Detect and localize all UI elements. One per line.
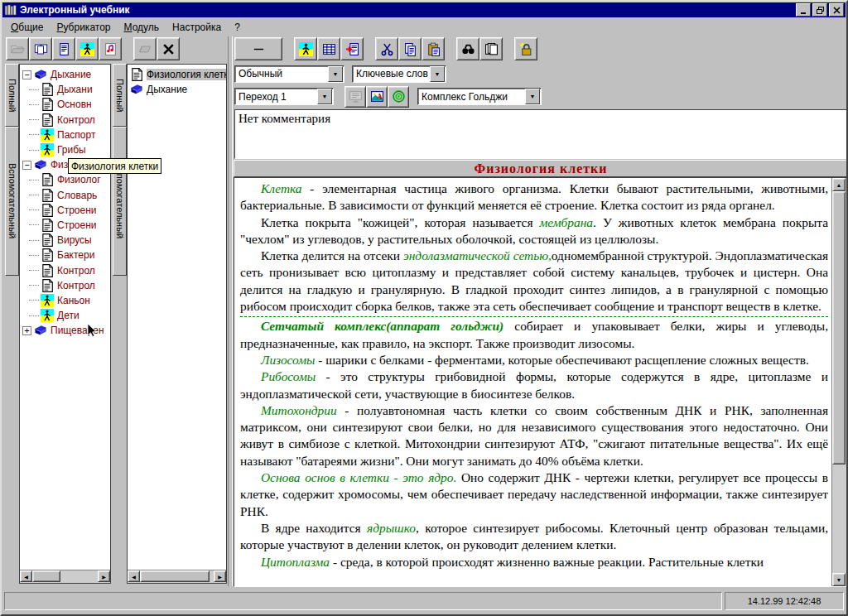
menu-item-4[interactable]: ? <box>228 20 247 35</box>
keyword-text[interactable]: Митохондрии <box>261 403 337 417</box>
doc-red-arrow-button[interactable] <box>340 37 364 60</box>
tree-item[interactable]: Основн <box>20 97 110 112</box>
keyword-text[interactable]: Лизосомы <box>261 353 315 367</box>
paste-button[interactable] <box>422 37 445 60</box>
menu-bar: ОбщиеРубрикаторМодульНастройка? <box>4 19 844 35</box>
keyword-text[interactable]: Цитоплазма <box>261 555 330 569</box>
article-body: Клетка - элементарная частица живого орг… <box>234 177 847 587</box>
menu-item-3[interactable]: Настройка <box>166 20 228 35</box>
copy-pages-button[interactable] <box>29 37 52 60</box>
collapse-icon[interactable]: − <box>22 161 31 170</box>
chevron-down-icon[interactable]: ▼ <box>317 89 332 104</box>
menu-item-0[interactable]: Общие <box>4 20 50 35</box>
tree-aux-hscrollbar[interactable]: ◀ ▶ <box>128 570 226 583</box>
tree-connector <box>29 270 39 271</box>
keyword-text[interactable]: Клетка <box>261 181 302 195</box>
tab-auxiliary[interactable]: Вспомогательный <box>113 127 127 276</box>
tree-doc-icon <box>41 189 54 202</box>
walking-man-button[interactable] <box>75 37 99 60</box>
tree-item[interactable]: Паспорт <box>20 128 110 142</box>
copy-doc-button[interactable] <box>398 37 422 60</box>
chevron-down-icon[interactable]: ▼ <box>525 89 540 104</box>
walking-man-button[interactable] <box>294 37 317 60</box>
close-button[interactable] <box>829 3 844 17</box>
tree-item[interactable]: Каньон <box>20 293 110 308</box>
scissors-button[interactable] <box>375 37 398 60</box>
picture-a-button[interactable]: A <box>366 86 388 108</box>
style-combo[interactable]: Обычный ▼ <box>234 65 344 83</box>
keyword-text[interactable]: Рибосомы <box>261 369 316 383</box>
tab-full[interactable]: Полный <box>5 64 19 127</box>
tab-auxiliary[interactable]: Вспомогательный <box>5 127 19 276</box>
tree-item[interactable]: −Дыхание <box>20 67 110 82</box>
window-title: Электронный учебник <box>20 4 130 16</box>
menu-item-1[interactable]: Рубрикатор <box>50 20 117 35</box>
keyword-text[interactable]: Основа основ в клетки - это ядро. <box>261 470 456 484</box>
tree-item[interactable]: Контрол <box>20 113 110 128</box>
table-button[interactable] <box>317 37 340 60</box>
toolbar-group <box>133 37 180 60</box>
scrollbar-thumb[interactable] <box>140 570 210 582</box>
scrollbar-thumb[interactable] <box>32 570 60 582</box>
minimize-button[interactable] <box>796 3 811 17</box>
tree-item[interactable]: Строени <box>20 218 110 233</box>
media-note-button[interactable] <box>99 37 122 60</box>
paste-icon <box>426 42 441 56</box>
keyword-text[interactable]: Сетчатый комплекс(аппарат гольджи) <box>261 319 504 333</box>
tree-item[interactable]: Вирусы <box>20 233 110 248</box>
document-button[interactable] <box>52 37 75 60</box>
tree-item[interactable]: Контрол <box>20 278 110 293</box>
tree-doc-icon <box>41 173 54 186</box>
expand-icon[interactable]: + <box>22 326 31 335</box>
target-button[interactable] <box>388 86 409 108</box>
tree-item[interactable]: Дети <box>20 308 110 323</box>
keyword-text[interactable]: мембрана <box>539 215 593 229</box>
restore-button[interactable] <box>812 3 827 17</box>
transition-combo[interactable]: Переход 1 ▼ <box>234 88 334 105</box>
collapse-icon[interactable]: − <box>22 70 31 79</box>
tree-main-list: −ДыханиеДыханиОсновнКонтролПаспортГрибы−… <box>20 65 110 570</box>
tree-item[interactable]: Грибы <box>20 142 110 157</box>
scrollbar-thumb[interactable] <box>832 191 846 464</box>
keyword-combo[interactable]: Комплекс Гольджи ▼ <box>417 88 542 105</box>
scroll-right-icon[interactable]: ▶ <box>98 570 110 582</box>
scroll-down-icon[interactable]: ▼ <box>832 573 846 586</box>
tree-item[interactable]: Словарь <box>20 188 110 203</box>
tree-item[interactable]: Бактери <box>20 248 110 262</box>
tree-item[interactable]: Физиология клетк <box>128 67 226 82</box>
tree-main-hscrollbar[interactable]: ◀ ▶ <box>20 570 110 583</box>
tree-item[interactable]: Контрол <box>20 262 110 277</box>
tab-full[interactable]: Полный <box>113 64 127 127</box>
keyword-combo-value: Комплекс Гольджи <box>418 91 525 103</box>
keyword-text[interactable]: ядрышко <box>367 521 416 535</box>
toolbar-group <box>234 37 282 60</box>
pages-icon <box>484 42 499 56</box>
minus-line-button[interactable] <box>234 37 282 60</box>
keywords-mode-combo[interactable]: Ключевые слов ▼ <box>352 65 446 83</box>
body-text: - элементарная частица живого организма.… <box>240 181 828 212</box>
scroll-left-icon[interactable]: ◀ <box>128 570 140 582</box>
vertical-scrollbar[interactable]: ▲ ▼ <box>831 178 846 586</box>
chevron-down-icon[interactable]: ▼ <box>430 66 445 82</box>
scroll-up-icon[interactable]: ▲ <box>832 178 846 191</box>
paragraph: Цитоплазма - среда, в которой происходят… <box>240 554 828 570</box>
tree-item[interactable]: Строени <box>20 203 110 218</box>
pages-button[interactable] <box>479 37 503 60</box>
tree-item[interactable]: Дыхание <box>128 82 226 97</box>
title-bar[interactable]: Электронный учебник <box>2 2 846 17</box>
tree-item[interactable]: Физиолог <box>20 172 110 187</box>
menu-item-2[interactable]: Модуль <box>118 20 166 35</box>
document-icon <box>57 42 71 56</box>
picture-a-icon: A <box>370 89 384 103</box>
tree-item[interactable]: Дыхани <box>20 82 110 97</box>
walking-man-icon <box>80 42 94 56</box>
binoculars-button[interactable] <box>456 37 479 60</box>
toolbar-group <box>294 37 364 60</box>
close-x-button[interactable] <box>157 37 180 60</box>
scroll-right-icon[interactable]: ▶ <box>214 570 226 582</box>
lock-button[interactable] <box>514 37 537 60</box>
tree-item-label: Каньон <box>57 295 90 306</box>
chevron-down-icon[interactable]: ▼ <box>328 66 343 82</box>
keyword-text[interactable]: эндолазматической сетью, <box>403 248 552 262</box>
scroll-left-icon[interactable]: ◀ <box>20 570 32 582</box>
